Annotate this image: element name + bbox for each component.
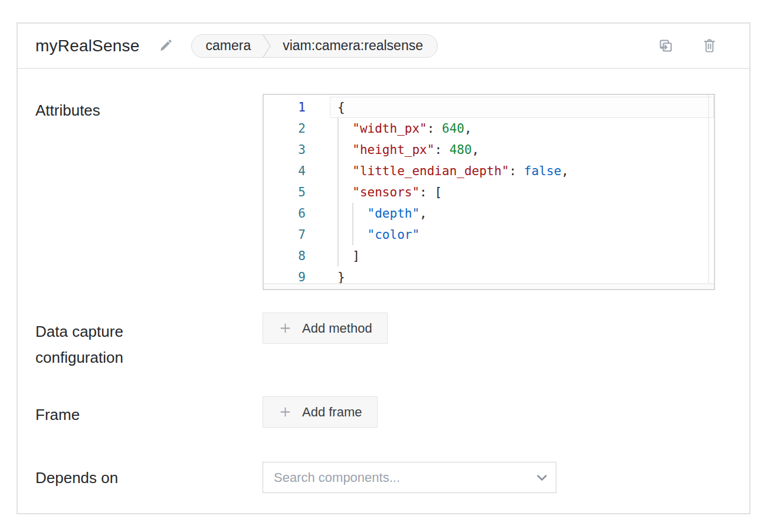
component-model: viam:camera:realsense (283, 38, 423, 54)
line-number: 3 (264, 139, 330, 160)
data-capture-label: Data capture configuration (35, 313, 263, 370)
chevron-down-icon[interactable] (536, 474, 548, 481)
add-method-button[interactable]: Add method (263, 313, 388, 344)
depends-on-row: Depends on (35, 462, 732, 493)
pencil-icon (158, 38, 173, 54)
code-line[interactable]: ] (330, 245, 714, 267)
delete-button[interactable] (702, 37, 717, 54)
line-number: 8 (264, 245, 330, 267)
trash-icon (702, 37, 717, 54)
duplicate-icon (657, 37, 674, 54)
attributes-row: Attributes 123456789 { "width_px": 640, … (35, 94, 732, 290)
edit-name-button[interactable] (158, 38, 173, 54)
code-line[interactable]: "color" (330, 224, 714, 245)
editor-line-numbers: 123456789 (264, 95, 330, 289)
line-number: 5 (264, 182, 330, 203)
line-number: 4 (264, 160, 330, 182)
code-line[interactable]: "sensors": [ (330, 182, 714, 203)
component-header: myRealSense camera viam:camera:realsense (18, 24, 749, 69)
search-components-input[interactable] (274, 470, 536, 485)
code-line[interactable]: { (330, 97, 714, 118)
plus-icon (278, 321, 293, 336)
code-line[interactable]: "little_endian_depth": false, (330, 160, 714, 182)
data-capture-row: Data capture configuration Add method (35, 313, 732, 370)
add-frame-button[interactable]: Add frame (263, 396, 378, 428)
add-method-label: Add method (302, 321, 372, 336)
depends-on-label: Depends on (35, 462, 263, 491)
component-category: camera (206, 38, 251, 54)
component-name: myRealSense (35, 37, 140, 55)
code-line[interactable]: "depth", (330, 203, 714, 224)
frame-label: Frame (35, 396, 263, 428)
attributes-label: Attributes (35, 94, 263, 123)
component-config-card: myRealSense camera viam:camera:realsense (17, 22, 750, 514)
line-number: 7 (264, 224, 330, 245)
depends-on-select[interactable] (263, 462, 556, 493)
frame-row: Frame Add frame (35, 396, 732, 428)
component-body: Attributes 123456789 { "width_px": 640, … (18, 69, 749, 493)
editor-code: { "width_px": 640, "height_px": 480, "li… (330, 95, 714, 289)
line-number: 1 (264, 97, 330, 118)
code-line[interactable]: "height_px": 480, (330, 139, 714, 160)
indent-guide (352, 203, 353, 245)
line-number: 2 (264, 118, 330, 139)
add-frame-label: Add frame (302, 405, 362, 420)
duplicate-button[interactable] (657, 37, 674, 54)
editor-horizontal-scrollbar[interactable] (264, 283, 714, 289)
plus-icon (278, 405, 293, 419)
component-type-badge: camera viam:camera:realsense (191, 34, 438, 58)
attributes-json-editor[interactable]: 123456789 { "width_px": 640, "height_px"… (263, 94, 715, 290)
line-number: 6 (264, 203, 330, 224)
editor-vertical-scrollbar[interactable] (708, 95, 714, 283)
code-line[interactable]: "width_px": 640, (330, 118, 714, 139)
indent-guide (337, 118, 339, 267)
chevron-right-icon (260, 35, 273, 57)
header-actions (657, 37, 717, 54)
